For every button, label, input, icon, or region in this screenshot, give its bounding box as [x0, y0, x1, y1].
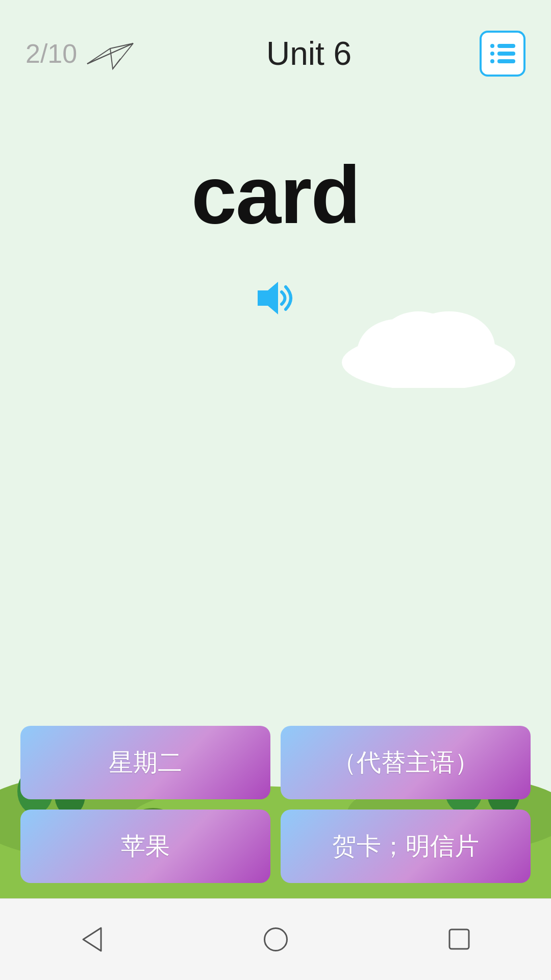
menu-button[interactable]: [480, 31, 525, 77]
main-word: card: [191, 148, 360, 242]
home-icon: [262, 925, 290, 953]
header: 2/10 Unit 6: [0, 0, 551, 87]
svg-point-1: [490, 44, 494, 48]
answer-button-3[interactable]: 苹果: [20, 810, 270, 883]
answer-button-1[interactable]: 星期二: [20, 726, 270, 799]
unit-title: Unit 6: [266, 35, 352, 72]
svg-rect-29: [449, 929, 469, 949]
svg-marker-27: [83, 928, 101, 951]
sound-button[interactable]: [250, 273, 301, 326]
nav-bar: [0, 898, 551, 980]
nav-recent-button[interactable]: [439, 919, 480, 960]
svg-rect-4: [497, 52, 515, 56]
answer-button-4[interactable]: 贺卡；明信片: [281, 810, 531, 883]
svg-line-0: [87, 43, 133, 64]
nav-home-button[interactable]: [255, 919, 296, 960]
nav-back-button[interactable]: [71, 919, 112, 960]
svg-rect-2: [497, 44, 515, 48]
svg-rect-6: [497, 59, 515, 63]
word-container: card: [0, 148, 551, 326]
answer-buttons: 星期二 （代替主语） 苹果 贺卡；明信片: [0, 726, 551, 883]
back-icon: [78, 925, 106, 953]
menu-list-icon: [487, 38, 518, 69]
answer-button-2[interactable]: （代替主语）: [281, 726, 531, 799]
paper-plane-icon: [82, 33, 138, 74]
svg-marker-7: [258, 282, 278, 314]
svg-point-28: [264, 928, 287, 951]
sound-icon: [250, 273, 301, 324]
recent-icon: [445, 925, 473, 953]
svg-point-5: [490, 59, 494, 63]
progress-text: 2/10: [26, 38, 77, 69]
svg-point-3: [490, 52, 494, 56]
progress-container: 2/10: [26, 33, 138, 74]
